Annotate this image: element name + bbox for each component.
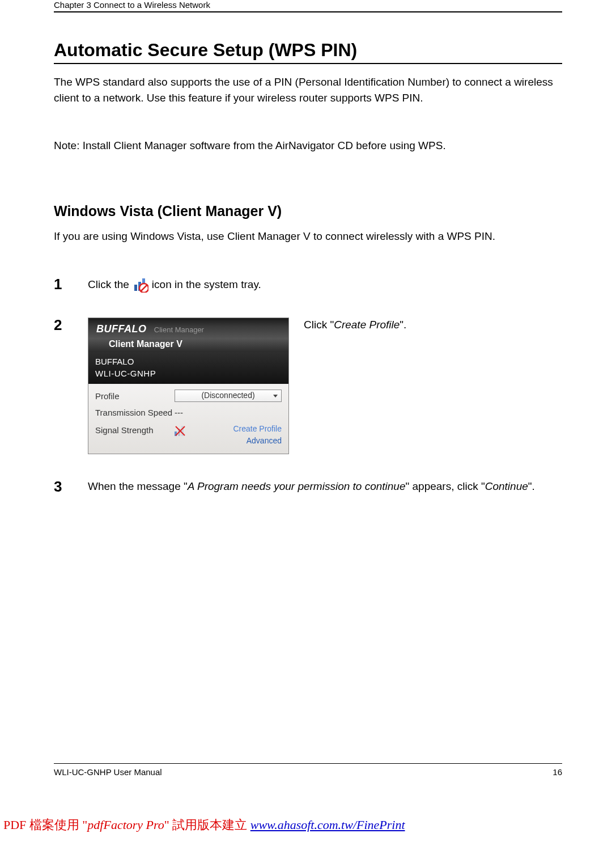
step-1-text-after: icon in the system tray. (152, 277, 261, 293)
profile-dropdown[interactable]: (Disconnected) (175, 390, 282, 402)
footer-page-number: 16 (553, 767, 562, 777)
step-2-text-prefix: Click " (304, 319, 334, 331)
profile-label: Profile (95, 390, 175, 402)
section-title: Windows Vista (Client Manager V) (54, 203, 562, 219)
pdf-watermark: PDF 檔案使用 "pdfFactory Pro" 試用版本建立 www.aha… (0, 811, 616, 840)
watermark-link[interactable]: www.ahasoft.com.tw/FinePrint (250, 818, 405, 832)
step-3-t1: When the message " (88, 480, 188, 492)
create-profile-link[interactable]: Create Profile (233, 423, 282, 435)
tx-speed-label: Transmission Speed (95, 407, 175, 418)
client-manager-tray-icon (133, 277, 148, 293)
step-3-button-name: Continue (485, 480, 528, 492)
client-manager-titlebar: BUFFALO Client Manager Client Manager V (88, 318, 288, 352)
step-2-instruction: Click "Create Profile". (304, 318, 406, 333)
tx-speed-row: Transmission Speed --- (95, 407, 282, 418)
profile-row: Profile (Disconnected) (95, 390, 282, 402)
step-2: 2 BUFFALO Client Manager Client Manager … (54, 318, 562, 454)
step-2-text-suffix: ". (400, 319, 406, 331)
step-3-message: A Program needs your permission to conti… (188, 480, 406, 492)
profile-selected-value: (Disconnected) (201, 390, 254, 401)
svg-rect-0 (134, 285, 137, 291)
step-3: 3 When the message "A Program needs your… (54, 479, 562, 494)
vendor-name: BUFFALO (95, 356, 282, 367)
adapter-model: WLI-UC-GNHP (95, 367, 282, 379)
brand-subtext: Client Manager (154, 325, 204, 334)
step-number: 1 (54, 277, 88, 291)
signal-strength-icon (173, 423, 193, 437)
section-intro: If you are using Windows Vista, use Clie… (54, 230, 562, 243)
client-manager-window: BUFFALO Client Manager Client Manager V … (88, 318, 289, 454)
watermark-product: pdfFactory Pro (87, 818, 164, 832)
step-number: 3 (54, 479, 88, 494)
page-header: Chapter 3 Connect to a Wireless Network (54, 0, 562, 12)
step-3-t2: " appears, click " (406, 480, 485, 492)
tx-speed-value: --- (175, 407, 183, 418)
adapter-info: BUFFALO WLI-UC-GNHP (88, 352, 288, 384)
step-2-target: Create Profile (334, 319, 400, 331)
footer-manual-name: WLI-UC-GNHP User Manual (54, 767, 162, 777)
watermark-p3: " 試用版本建立 (164, 818, 250, 832)
step-1: 1 Click the icon in the system tray. (54, 277, 562, 293)
page-title: Automatic Secure Setup (WPS PIN) (54, 40, 562, 64)
watermark-p1: PDF 檔案使用 " (3, 818, 87, 832)
step-3-t3: ". (528, 480, 535, 492)
window-title: Client Manager V (109, 338, 283, 350)
step-1-text-before: Click the (88, 277, 129, 293)
install-note: Note: Install Client Manager software fr… (54, 139, 562, 152)
signal-strength-label: Signal Strength (95, 424, 175, 436)
brand-logo: BUFFALO (96, 322, 147, 336)
advanced-link[interactable]: Advanced (233, 435, 282, 447)
step-number: 2 (54, 318, 88, 332)
intro-paragraph: The WPS standard also supports the use o… (54, 74, 562, 105)
step-3-body: When the message "A Program needs your p… (88, 479, 562, 494)
